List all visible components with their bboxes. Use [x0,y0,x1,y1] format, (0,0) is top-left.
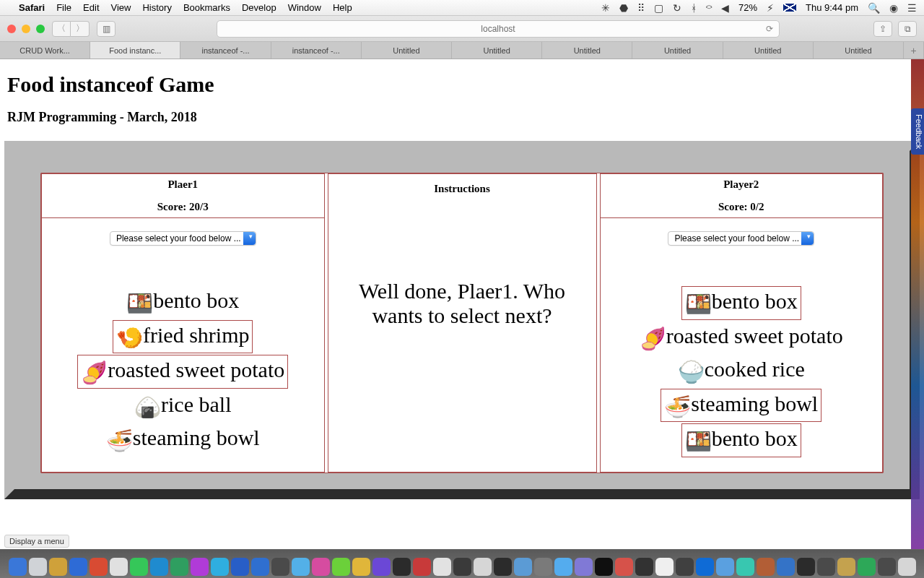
dock-app-icon[interactable] [817,558,835,576]
browser-tab[interactable]: instanceof -... [180,42,271,59]
player2-food-select[interactable]: Please select your food below ... [668,231,814,246]
dock-app-icon[interactable] [898,558,916,576]
spotlight-icon[interactable]: 🔍 [868,2,880,14]
dock-app-icon[interactable] [635,558,653,576]
new-tab-button[interactable]: + [904,42,924,59]
food-item[interactable]: 🍤fried shrimp [113,320,253,354]
food-item[interactable]: 🍜steaming bowl [661,389,821,423]
dock-app-icon[interactable] [332,558,350,576]
menubar-app-name[interactable]: Safari [19,2,45,13]
dock-app-icon[interactable] [292,558,310,576]
show-tabs-button[interactable]: ⧉ [898,21,917,37]
battery-icon[interactable]: ⚡︎ [767,2,774,14]
player1-food-select[interactable]: Please select your food below ... [110,231,256,246]
dock-app-icon[interactable] [494,558,512,576]
food-item[interactable]: 🍱bento box [123,286,242,319]
player1-name[interactable]: Plaer1 [45,178,321,191]
food-item[interactable]: 🍙rice ball [131,390,234,423]
dock-app-icon[interactable] [575,558,593,576]
dock-app-icon[interactable] [413,558,431,576]
menu-extra-icon[interactable]: ✳︎ [601,2,610,14]
dock-app-icon[interactable] [474,558,492,576]
dock-app-icon[interactable] [655,558,674,576]
dock-app-icon[interactable] [170,558,188,576]
dock-app-icon[interactable] [696,558,714,576]
dock-app-icon[interactable] [514,558,532,576]
dock-app-icon[interactable] [211,558,229,576]
browser-tab[interactable]: Food instanc... [90,42,180,59]
dock-app-icon[interactable] [433,558,451,576]
dock-app-icon[interactable] [453,558,471,576]
dock-app-icon[interactable] [251,558,269,576]
dock-app-icon[interactable] [352,558,370,576]
reload-icon[interactable]: ⟳ [766,24,773,34]
nav-forward-button[interactable]: 〉 [71,21,90,37]
food-item[interactable]: 🍜steaming bowl [103,423,263,456]
dock-app-icon[interactable] [393,558,411,576]
feedback-tab[interactable]: Feedback [911,108,924,155]
browser-tab[interactable]: Untitled [452,42,542,59]
wifi-icon[interactable]: ⌔ [706,2,712,14]
food-item[interactable]: 🍱bento box [681,423,801,457]
browser-tab[interactable]: Untitled [362,42,452,59]
dock-app-icon[interactable] [595,558,613,576]
dock-app-icon[interactable] [736,558,754,576]
menu-extra-grid-icon[interactable]: ⠿ [637,2,645,14]
timemachine-icon[interactable]: ↻ [673,2,681,14]
dock-app-icon[interactable] [90,558,108,576]
window-minimize-button[interactable] [22,25,30,33]
dock-app-icon[interactable] [858,558,876,576]
dock-app-icon[interactable] [797,558,815,576]
dock-app-icon[interactable] [130,558,148,576]
dock-app-icon[interactable] [757,558,775,576]
dock-app-icon[interactable] [777,558,795,576]
dock-app-icon[interactable] [716,558,734,576]
dock-app-icon[interactable] [878,558,896,576]
dock-app-icon[interactable] [676,558,694,576]
volume-icon[interactable]: ◀︎ [721,2,729,14]
share-button[interactable]: ⇪ [873,21,892,37]
food-item[interactable]: 🍱bento box [681,286,801,320]
menubar-item-file[interactable]: File [56,2,71,13]
siri-icon[interactable]: ◉ [889,2,898,14]
browser-tab[interactable]: Untitled [723,42,814,59]
notification-center-icon[interactable]: ☰ [907,2,917,14]
sidebar-toggle-button[interactable]: ▥ [97,21,116,37]
dock-app-icon[interactable] [231,558,249,576]
dock-app-icon[interactable] [191,558,209,576]
dock-app-icon[interactable] [837,558,855,576]
menubar-item-history[interactable]: History [142,2,171,13]
browser-tab[interactable]: CRUD Work... [0,42,90,59]
menubar-item-edit[interactable]: Edit [83,2,99,13]
menubar-item-help[interactable]: Help [333,2,352,13]
dock-app-icon[interactable] [150,558,168,576]
menubar-clock[interactable]: Thu 9:44 pm [806,2,858,13]
dock-app-icon[interactable] [372,558,391,576]
browser-tab[interactable]: Untitled [632,42,723,59]
dock-app-icon[interactable] [49,558,67,576]
menu-extra-shield-icon[interactable]: ⬣ [619,2,628,14]
window-fullscreen-button[interactable] [36,25,45,33]
nav-back-button[interactable]: 〈 [52,21,71,37]
menubar-item-bookmarks[interactable]: Bookmarks [183,2,230,13]
airplay-icon[interactable]: ▢ [654,2,663,14]
bluetooth-icon[interactable]: ᚼ [691,2,697,14]
menubar-item-develop[interactable]: Develop [242,2,276,13]
dock-app-icon[interactable] [110,558,128,576]
dock-app-icon[interactable] [615,558,633,576]
food-item[interactable]: 🍠roasted sweet potato [637,322,846,354]
dock-app-icon[interactable] [9,558,27,576]
food-item[interactable]: 🍠roasted sweet potato [77,355,288,389]
dock-app-icon[interactable] [29,558,47,576]
browser-tab[interactable]: instanceof -... [271,42,362,59]
dock-app-icon[interactable] [312,558,330,576]
address-bar[interactable]: localhost ⟳ [217,20,780,38]
dock-app-icon[interactable] [271,558,289,576]
input-source-flag-icon[interactable] [783,4,796,12]
food-item[interactable]: 🍚cooked rice [675,355,808,387]
dock-app-icon[interactable] [554,558,572,576]
browser-tab[interactable]: Untitled [542,42,632,59]
menubar-item-window[interactable]: Window [288,2,321,13]
browser-tab[interactable]: Untitled [814,42,904,59]
dock-app-icon[interactable] [69,558,87,576]
